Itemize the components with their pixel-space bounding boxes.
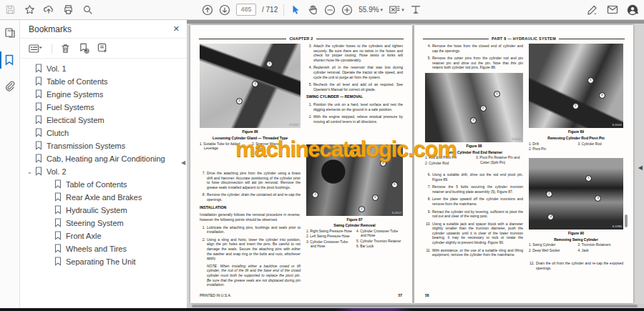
bookmark-label: Engine Systems (47, 90, 103, 99)
bookmark-item[interactable]: Front Axle (20, 229, 187, 242)
window-bottom-edge (0, 308, 644, 311)
photo-ref-label: S-20541 (512, 138, 522, 142)
fill-sign-pen-icon[interactable] (587, 4, 598, 16)
bookmark-item[interactable]: Vol. 1 (20, 62, 187, 75)
callout-marker: 2 (252, 81, 258, 87)
document-pane[interactable]: CHAPTER 2 123 S-13457 Figure 86 Loosenin… (187, 20, 644, 308)
bookmark-label: Wheels and Tires (66, 245, 127, 253)
callout-marker: 3 (470, 117, 477, 124)
swing-cylinder-removal-heading: SWING CYLINDER — REMOVAL (306, 94, 403, 99)
figure90-photo: 1234 S-12980 (529, 158, 623, 229)
list-item: 9. Retract the cylinder rod by levering,… (425, 209, 523, 219)
bookmark-label: Hydraulic System (66, 206, 127, 214)
callout-marker: 2 (358, 206, 365, 212)
manual-page-58: PART 8 — HYDRAULIC SYSTEM 4. Remove the … (414, 25, 633, 303)
list-item: 2. With the engine stopped, relieve resi… (306, 114, 403, 124)
next-page-icon[interactable] (219, 4, 230, 16)
email-icon[interactable] (607, 4, 618, 16)
bookmark-item[interactable]: Table of Contents (20, 178, 187, 191)
print-icon[interactable] (62, 4, 74, 16)
legend-entry: 3. Cylinder Crossover Tube and Hose (306, 240, 353, 249)
photo-ref-label: S-20542 (612, 124, 622, 127)
page-number-input[interactable]: 485 (236, 4, 256, 16)
bookmark-item[interactable]: Cab, Heating ang Air Conditioning (20, 152, 187, 165)
scroll-view-icon[interactable] (410, 4, 421, 16)
installation-intro: Installation generally follows the remov… (200, 212, 301, 222)
callout-marker: 1 (312, 192, 318, 198)
bookmark-item[interactable]: Steering System (20, 217, 187, 229)
callout-marker: 3 (595, 195, 601, 202)
select-tool-icon[interactable] (290, 4, 301, 16)
new-bookmark-icon[interactable] (78, 43, 89, 54)
bookmark-item[interactable]: Wheels and Tires (20, 242, 187, 255)
bookmark-item[interactable]: ⌄ Vol. 2 (20, 165, 187, 178)
printed-in-usa: PRINTED IN U.S.A. (200, 293, 231, 297)
bookmark-label: Front Axle (66, 232, 102, 240)
hand-tool-icon[interactable] (307, 4, 318, 16)
list-item: 11. With assistance, or the use of a sui… (425, 248, 523, 257)
list-item: 3. Attach the cylinder hoses to the cyli… (306, 44, 403, 62)
main-toolbar: 485 / 712 55.9% ▾ ▾ (0, 0, 644, 20)
zoom-in-icon[interactable] (341, 4, 353, 16)
chevron-down-icon[interactable]: ⌄ (27, 169, 35, 175)
bookmark-label: Table of Contents (66, 180, 127, 189)
figure87-legend: 1. Right Swing Pressure Hose2. Left Swin… (306, 229, 403, 250)
collapse-right-arrow-icon[interactable]: ◀ (638, 164, 643, 171)
bookmark-item[interactable]: Electical System (20, 114, 187, 127)
expand-bookmark-icon[interactable] (97, 43, 108, 54)
attachments-pane-icon[interactable] (4, 80, 16, 92)
bookmark-flag-icon (54, 257, 62, 267)
account-person-icon[interactable] (627, 4, 638, 16)
page-nav-group: 485 / 712 55.9% ▾ ▾ (202, 0, 421, 19)
legend-entry: 2. Left Swing Pressure Hose (306, 235, 353, 239)
document-pane-top-edge (187, 20, 644, 24)
figure87-number: Figure 87 (306, 217, 403, 222)
star-icon[interactable] (24, 4, 35, 16)
callout-marker: 2 (546, 191, 552, 197)
legend-entry: 2. Deep Well Socket (529, 249, 575, 253)
figure90-legend: 1. Swing Cylinder2. Deep Well Socket 3. … (529, 243, 623, 253)
bookmark-item[interactable]: Table of Contents (20, 75, 187, 88)
active-pane-indicator (0, 51, 1, 69)
bookmark-item[interactable]: Rear Axle and Brakes (20, 191, 187, 204)
previous-page-icon[interactable] (202, 4, 213, 16)
bookmark-item[interactable]: Fuel Systems (20, 101, 187, 114)
search-icon[interactable] (82, 4, 93, 16)
bookmark-flag-icon (54, 218, 62, 229)
list-item: 7. Drive the attaching pins from the cyl… (200, 171, 301, 189)
callout-marker: 2 (480, 105, 487, 112)
bookmark-item[interactable]: Clutch (20, 127, 187, 139)
save-icon[interactable] (4, 4, 16, 16)
bookmark-label: Separating The Unit (66, 257, 136, 266)
collapse-left-arrow-icon[interactable]: ◀ (181, 159, 185, 166)
bookmarks-list: Vol. 1 Table of Contents Engine Systems … (20, 59, 187, 268)
page-thumbnails-icon[interactable] (4, 27, 16, 39)
bookmark-label: Table of Contents (47, 77, 108, 86)
list-item: 10. Using a suitable jack and spacer blo… (425, 222, 523, 245)
vertical-scrollbar-thumb[interactable] (625, 214, 628, 227)
fit-page-icon[interactable] (389, 4, 400, 16)
horizontal-scrollbar-thumb[interactable] (192, 305, 638, 307)
bookmark-item[interactable]: Separating The Unit (20, 255, 187, 268)
list-item: 12. Drain the oil from the cylinder and … (529, 261, 623, 270)
upload-cloud-icon[interactable] (43, 4, 54, 16)
bookmark-label: Cab, Heating ang Air Conditioning (47, 154, 165, 163)
list-item: 6. Using a suitable drift, drive out the… (425, 172, 523, 182)
legend-entry: 5. Cylinder Trunnion Retainer (356, 240, 403, 244)
fit-page-caret-icon[interactable]: ▾ (401, 7, 404, 13)
figure86-number: Figure 86 (200, 129, 301, 134)
bookmark-item[interactable]: Transmission Systems (20, 139, 187, 152)
bookmarks-pane-icon[interactable] (4, 54, 16, 66)
zoom-level-value[interactable]: 55.9% (358, 6, 379, 14)
bookmark-flag-icon (35, 115, 42, 126)
bookmark-label: Vol. 2 (47, 167, 67, 176)
zoom-out-icon[interactable] (324, 4, 336, 16)
bookmark-options-icon[interactable] (29, 43, 44, 54)
close-icon[interactable]: ✕ (173, 24, 180, 34)
bookmark-item[interactable]: Engine Systems (20, 88, 187, 101)
figure90-number: Figure 90 (529, 231, 623, 236)
legend-entry: 2. Pivot Pin (529, 147, 575, 152)
bookmark-item[interactable]: Hydraulic System (20, 204, 187, 217)
delete-bookmark-icon[interactable] (59, 43, 71, 54)
zoom-caret-icon[interactable]: ▾ (381, 7, 384, 13)
